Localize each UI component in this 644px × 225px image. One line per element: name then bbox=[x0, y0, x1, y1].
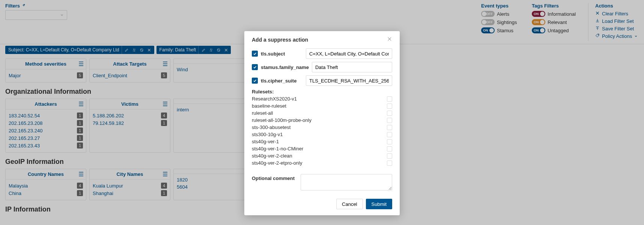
cancel-button[interactable]: Cancel bbox=[336, 199, 363, 209]
ruleset-row: sts40g-ver-1 bbox=[252, 138, 392, 145]
ruleset-checkbox[interactable] bbox=[387, 96, 392, 102]
ruleset-row: sts40g-ver-1-no-CMiner bbox=[252, 145, 392, 152]
checkbox-tls.cipher_suite[interactable] bbox=[252, 78, 258, 84]
ruleset-row: sts-300-abusetest bbox=[252, 124, 392, 131]
ruleset-name: ruleset-all bbox=[252, 110, 273, 116]
ruleset-checkbox[interactable] bbox=[387, 125, 392, 130]
ruleset-name: sts40g-ver-1 bbox=[252, 139, 279, 144]
ruleset-name: sts40g-ver-2-etpro-only bbox=[252, 160, 302, 166]
ruleset-name: sts300-10g-v1 bbox=[252, 132, 283, 137]
ruleset-checkbox[interactable] bbox=[387, 153, 392, 159]
rulesets-heading: Rulesets: bbox=[252, 89, 392, 94]
ruleset-row: sts40g-ver-2-clean bbox=[252, 152, 392, 159]
ruleset-row: ResearchXS2020-v1 bbox=[252, 95, 392, 102]
ruleset-checkbox[interactable] bbox=[387, 132, 392, 137]
ruleset-name: ResearchXS2020-v1 bbox=[252, 96, 297, 102]
ruleset-row: ruleset-all-100m-probe-only bbox=[252, 117, 392, 124]
field-label: tls.cipher_suite bbox=[261, 78, 303, 84]
checkbox-tls.subject[interactable] bbox=[252, 51, 258, 57]
optional-comment-label: Optional comment bbox=[252, 174, 297, 181]
ruleset-name: sts40g-ver-2-clean bbox=[252, 153, 292, 159]
checkbox-stamus.family_name[interactable] bbox=[252, 64, 258, 70]
ruleset-checkbox[interactable] bbox=[387, 104, 392, 109]
ruleset-row: sts40g-ver-2-etpro-only bbox=[252, 159, 392, 166]
close-icon[interactable] bbox=[387, 36, 392, 43]
ruleset-checkbox[interactable] bbox=[387, 139, 392, 144]
ruleset-name: sts-300-abusetest bbox=[252, 124, 290, 130]
ruleset-checkbox[interactable] bbox=[387, 118, 392, 123]
field-input-stamus.family_name[interactable] bbox=[312, 62, 392, 72]
field-label: tls.subject bbox=[261, 51, 303, 57]
optional-comment-input[interactable] bbox=[301, 174, 392, 190]
ruleset-name: baseline-ruleset bbox=[252, 103, 286, 109]
ruleset-checkbox[interactable] bbox=[387, 146, 392, 152]
modal-title: Add a suppress action bbox=[252, 37, 308, 43]
field-input-tls.subject[interactable] bbox=[306, 48, 392, 59]
ruleset-row: sts300-10g-v1 bbox=[252, 131, 392, 138]
ruleset-row: baseline-ruleset bbox=[252, 102, 392, 110]
ruleset-row: ruleset-all bbox=[252, 110, 392, 117]
submit-button[interactable]: Submit bbox=[366, 199, 392, 209]
field-input-tls.cipher_suite[interactable] bbox=[306, 75, 392, 86]
field-label: stamus.family_name bbox=[261, 64, 309, 70]
ruleset-name: sts40g-ver-1-no-CMiner bbox=[252, 146, 303, 152]
ruleset-checkbox[interactable] bbox=[387, 111, 392, 116]
ruleset-checkbox[interactable] bbox=[387, 160, 392, 166]
suppress-action-modal: Add a suppress action tls.subject stamus… bbox=[244, 31, 400, 215]
ruleset-name: ruleset-all-100m-probe-only bbox=[252, 117, 311, 123]
